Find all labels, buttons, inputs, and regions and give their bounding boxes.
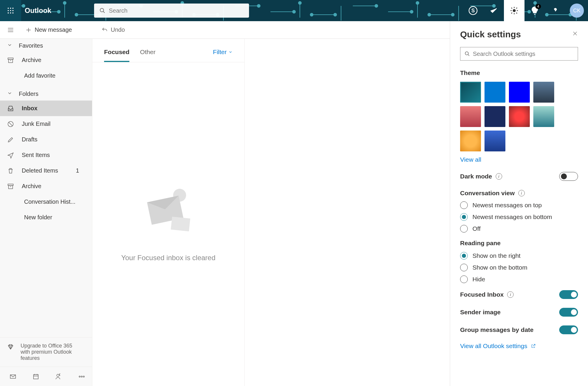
theme-swatch-6[interactable] <box>509 106 530 127</box>
settings-button[interactable] <box>504 0 524 21</box>
undo-icon <box>101 27 108 33</box>
dark-mode-toggle[interactable] <box>559 172 578 181</box>
folder-label: Archive <box>22 57 41 64</box>
sender-image-toggle[interactable] <box>559 308 578 317</box>
hamburger-button[interactable] <box>6 26 15 34</box>
svg-point-1 <box>10 8 11 9</box>
svg-rect-17 <box>9 186 13 189</box>
upgrade-link[interactable]: Upgrade to Office 365 with premium Outlo… <box>0 337 92 367</box>
theme-swatch-3[interactable] <box>533 82 554 103</box>
reading-pane-heading: Reading pane <box>460 240 578 247</box>
inbox-icon <box>7 105 14 112</box>
option-label: Show on the right <box>472 252 520 259</box>
filter-button[interactable]: Filter <box>213 49 233 62</box>
search-box[interactable] <box>94 4 249 18</box>
folder-label: Junk Email <box>22 121 51 127</box>
folder-label: Conversation Hist... <box>24 198 76 205</box>
reading-option-hide[interactable]: Hide <box>460 275 578 283</box>
focused-inbox-toggle[interactable] <box>559 290 578 299</box>
empty-message-text: Your Focused inbox is cleared <box>92 253 244 263</box>
junk-icon <box>7 121 14 128</box>
folder-inbox[interactable]: Inbox <box>0 101 92 116</box>
new-folder-button[interactable]: New folder <box>0 210 92 225</box>
info-icon[interactable]: i <box>496 173 502 180</box>
skype-button[interactable]: S <box>463 0 483 21</box>
theme-swatch-8[interactable] <box>460 131 481 151</box>
info-icon[interactable]: i <box>518 190 525 196</box>
search-icon <box>99 7 106 14</box>
inbox-tabs: Focused Other Filter <box>92 39 244 62</box>
sender-image-heading: Sender image <box>460 309 501 316</box>
mail-icon[interactable] <box>9 373 16 380</box>
whatsnew-button[interactable]: 4 <box>524 0 545 21</box>
conv-option-top[interactable]: Newest messages on top <box>460 201 578 209</box>
theme-swatch-1[interactable] <box>485 82 505 103</box>
archive-icon <box>7 183 14 190</box>
folders-header[interactable]: Folders <box>0 87 92 101</box>
svg-point-6 <box>8 12 9 14</box>
account-avatar[interactable]: CK <box>570 4 584 18</box>
todo-button[interactable] <box>483 0 504 21</box>
folder-label: Drafts <box>22 136 37 143</box>
message-list-pane: Focused Other Filter Your Focused inbox … <box>92 39 245 386</box>
quick-settings-panel: Quick settings Theme View all Dark mode … <box>450 21 588 386</box>
conv-option-bottom[interactable]: Newest messages on bottom <box>460 213 578 221</box>
undo-button[interactable]: Undo <box>101 26 125 33</box>
open-external-icon <box>531 343 536 349</box>
calendar-icon[interactable] <box>32 373 39 380</box>
folder-sent[interactable]: Sent Items <box>0 147 92 163</box>
svg-point-23 <box>83 376 84 377</box>
option-label: Newest messages on bottom <box>472 213 552 220</box>
favorites-header[interactable]: Favorites <box>0 39 92 52</box>
app-launcher-button[interactable] <box>0 0 21 21</box>
reading-option-bottom[interactable]: Show on the bottom <box>460 264 578 271</box>
settings-title: Quick settings <box>460 29 521 39</box>
view-all-settings-link[interactable]: View all Outlook settings <box>460 342 527 350</box>
view-all-themes-link[interactable]: View all <box>460 156 481 163</box>
svg-point-7 <box>10 12 11 14</box>
favorites-label: Favorites <box>19 42 43 49</box>
theme-swatch-7[interactable] <box>533 106 554 127</box>
folder-conversation-history[interactable]: Conversation Hist... <box>0 194 92 210</box>
more-icon[interactable] <box>78 373 85 380</box>
conv-option-off[interactable]: Off <box>460 225 578 233</box>
add-favorite-button[interactable]: Add favorite <box>0 68 92 83</box>
archive-icon <box>7 57 14 64</box>
folder-drafts[interactable]: Drafts <box>0 132 92 147</box>
svg-point-5 <box>12 10 14 11</box>
settings-search-box[interactable] <box>460 47 578 61</box>
svg-point-20 <box>57 374 59 377</box>
drafts-icon <box>7 136 14 143</box>
chevron-down-icon <box>7 91 12 97</box>
folder-junk[interactable]: Junk Email <box>0 116 92 132</box>
people-icon[interactable] <box>55 373 62 380</box>
option-label: Newest messages on top <box>472 202 542 209</box>
app-brand: Outlook <box>25 6 51 15</box>
settings-search-input[interactable] <box>473 51 574 57</box>
theme-swatch-0[interactable] <box>460 82 481 103</box>
svg-point-2 <box>12 8 14 9</box>
new-message-button[interactable]: New message <box>25 26 72 33</box>
close-settings-button[interactable] <box>572 31 578 38</box>
search-input[interactable] <box>109 7 243 14</box>
tab-other[interactable]: Other <box>140 49 156 62</box>
app-header: Outlook S 4 CK <box>0 0 588 21</box>
svg-point-4 <box>10 10 11 11</box>
group-by-date-toggle[interactable] <box>559 325 578 334</box>
theme-swatch-4[interactable] <box>460 106 481 127</box>
trash-icon <box>7 167 14 174</box>
info-icon[interactable]: i <box>507 291 514 298</box>
theme-swatch-9[interactable] <box>485 131 505 151</box>
theme-swatch-2[interactable] <box>509 82 530 103</box>
reading-option-right[interactable]: Show on the right <box>460 252 578 260</box>
help-button[interactable] <box>545 0 566 21</box>
folder-archive[interactable]: Archive <box>0 178 92 194</box>
theme-swatch-5[interactable] <box>485 106 505 127</box>
svg-point-22 <box>81 376 82 377</box>
folder-deleted[interactable]: Deleted Items 1 <box>0 163 92 178</box>
folder-label: New folder <box>24 214 52 221</box>
empty-inbox-state: Your Focused inbox is cleared <box>92 62 244 263</box>
svg-point-21 <box>79 376 80 377</box>
favorite-archive[interactable]: Archive <box>0 52 92 68</box>
tab-focused[interactable]: Focused <box>104 49 129 62</box>
